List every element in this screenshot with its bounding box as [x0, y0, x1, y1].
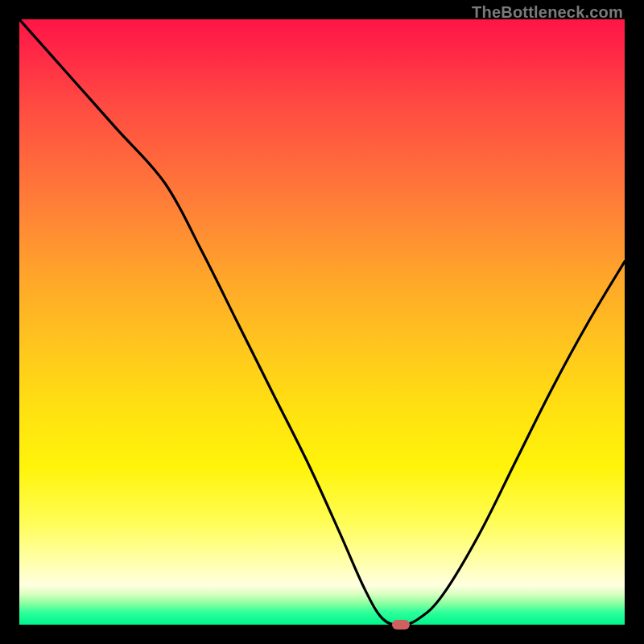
curve-svg [19, 19, 625, 625]
watermark-text: TheBottleneck.com [472, 3, 623, 22]
bottleneck-curve-path [19, 19, 625, 625]
optimum-marker [392, 620, 410, 630]
plot-area [19, 19, 625, 625]
chart-frame: TheBottleneck.com [0, 0, 644, 644]
